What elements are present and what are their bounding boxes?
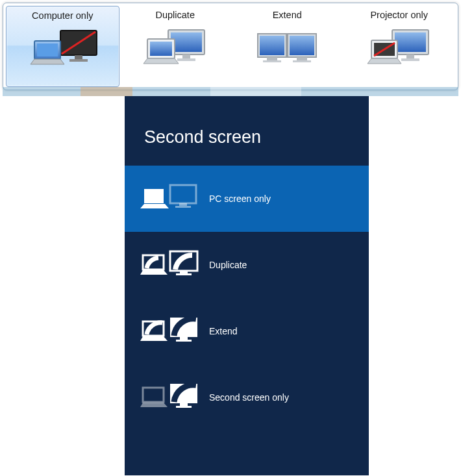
- win8-option-label: Extend: [209, 326, 238, 336]
- svg-rect-52: [176, 406, 192, 408]
- svg-marker-44: [140, 336, 168, 341]
- svg-marker-49: [140, 403, 168, 407]
- svg-rect-2: [69, 59, 88, 62]
- svg-rect-47: [176, 340, 192, 342]
- svg-rect-19: [297, 57, 307, 60]
- win7-option-label: Computer only: [32, 10, 93, 21]
- win7-option-label: Extend: [273, 10, 302, 20]
- extend-icon: [248, 25, 326, 71]
- svg-rect-41: [180, 271, 188, 273]
- win7-option-duplicate[interactable]: Duplicate: [119, 6, 232, 87]
- pc-screen-only-icon: [140, 182, 200, 215]
- svg-rect-51: [180, 403, 188, 406]
- svg-rect-1: [75, 55, 82, 59]
- win7-option-extend[interactable]: Extend: [231, 6, 343, 87]
- svg-marker-13: [143, 58, 179, 64]
- win7-option-computer-only[interactable]: Computer only: [6, 6, 119, 87]
- win7-option-projector-only[interactable]: Projector only: [343, 6, 456, 87]
- svg-marker-28: [368, 58, 401, 64]
- win7-option-label: Projector only: [370, 10, 428, 20]
- svg-marker-6: [31, 59, 64, 64]
- win8-option-extend[interactable]: Extend: [125, 298, 369, 364]
- svg-rect-21: [293, 60, 311, 62]
- svg-marker-34: [140, 204, 169, 208]
- svg-rect-37: [175, 206, 191, 208]
- win7-option-label: Duplicate: [156, 10, 195, 20]
- svg-rect-10: [177, 58, 195, 61]
- win7-display-switcher: Computer only Duplicate: [3, 3, 458, 90]
- svg-rect-9: [182, 55, 190, 58]
- svg-rect-46: [180, 337, 188, 340]
- win8-option-label: Second screen only: [209, 392, 289, 403]
- projector-only-icon: [360, 25, 438, 71]
- svg-rect-15: [260, 36, 284, 55]
- aero-background-strip: [3, 87, 458, 96]
- win8-second-screen-panel: Second screen PC screen only: [125, 96, 369, 475]
- svg-rect-18: [267, 57, 277, 60]
- svg-rect-36: [179, 203, 187, 206]
- svg-rect-12: [150, 42, 172, 56]
- svg-rect-5: [37, 44, 58, 56]
- panel-title: Second screen: [125, 96, 369, 166]
- duplicate-icon: [140, 249, 200, 281]
- win8-option-second-screen-only[interactable]: Second screen only: [125, 364, 369, 431]
- win8-option-duplicate[interactable]: Duplicate: [125, 232, 369, 298]
- svg-marker-39: [140, 270, 168, 275]
- svg-rect-32: [210, 87, 301, 96]
- svg-rect-35: [170, 185, 196, 203]
- svg-rect-42: [176, 273, 192, 275]
- win8-option-label: PC screen only: [209, 194, 271, 204]
- svg-rect-23: [395, 32, 426, 52]
- svg-rect-33: [144, 189, 164, 203]
- svg-rect-17: [290, 36, 314, 55]
- second-screen-only-icon: [140, 381, 200, 414]
- duplicate-icon: [136, 25, 214, 71]
- win8-option-label: Duplicate: [209, 260, 247, 270]
- svg-rect-8: [171, 32, 202, 52]
- win8-option-pc-screen-only[interactable]: PC screen only: [125, 166, 369, 232]
- svg-rect-24: [406, 55, 414, 58]
- svg-rect-31: [81, 87, 132, 96]
- svg-rect-20: [263, 60, 281, 62]
- computer-only-icon: [23, 26, 101, 71]
- svg-rect-48: [143, 388, 164, 402]
- svg-rect-25: [401, 58, 419, 61]
- extend-icon: [140, 315, 200, 347]
